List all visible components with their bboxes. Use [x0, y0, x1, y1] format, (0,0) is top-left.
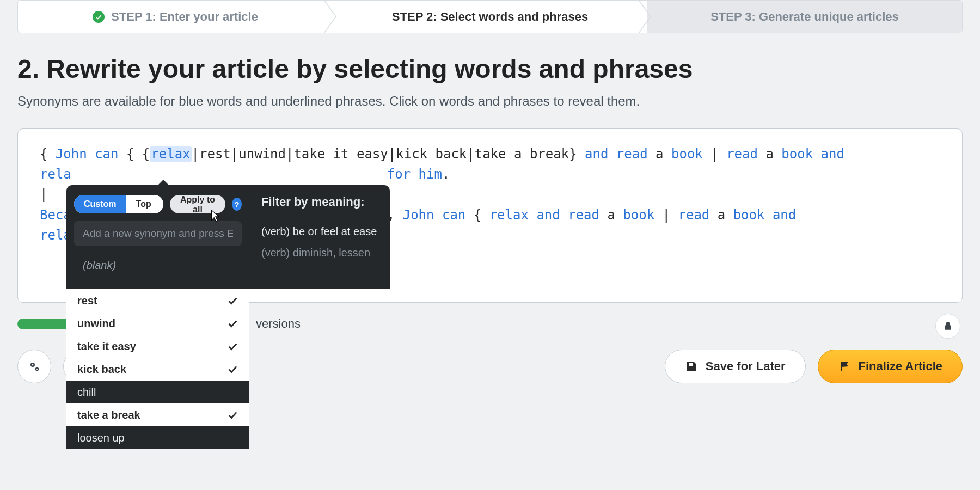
help-icon[interactable]: ? — [232, 198, 242, 211]
add-synonym-input[interactable] — [74, 221, 242, 246]
lock-icon — [943, 321, 953, 332]
check-icon — [226, 295, 238, 307]
step-separator-icon — [323, 1, 342, 33]
filter-meaning-option[interactable]: (verb) diminish, lessen — [261, 242, 378, 264]
synonym-option[interactable]: unwind — [66, 312, 249, 335]
editor-line: relafor him. — [40, 164, 940, 185]
wizard-stepper: STEP 1: Enter your article STEP 2: Selec… — [17, 0, 963, 33]
step-1-label: STEP 1: Enter your article — [111, 10, 258, 24]
step-3-label: STEP 3: Generate unique articles — [710, 10, 899, 24]
synonym-option[interactable]: kick back — [66, 358, 249, 381]
step-3[interactable]: STEP 3: Generate unique articles — [647, 1, 962, 33]
lock-button[interactable] — [935, 314, 960, 339]
synonym-option[interactable]: rest — [66, 289, 249, 312]
step-1[interactable]: STEP 1: Enter your article — [18, 1, 333, 33]
svg-point-3 — [36, 369, 38, 370]
check-icon — [226, 363, 238, 375]
tab-top[interactable]: Top — [126, 195, 161, 213]
filter-meaning-option[interactable]: (verb) be or feel at ease — [261, 221, 378, 242]
page-subtitle: Synonyms are available for blue words an… — [17, 94, 963, 109]
step-2[interactable]: STEP 2: Select words and phrases — [333, 1, 647, 33]
selected-word[interactable]: relax — [150, 146, 191, 162]
finalize-article-button[interactable]: Finalize Article — [818, 350, 963, 383]
tab-all[interactable]: All — [161, 195, 164, 213]
filter-panel: Filter by meaning: (verb) be or feel at … — [249, 185, 390, 289]
check-icon — [226, 317, 238, 329]
apply-to-all-button[interactable]: Apply to all — [170, 195, 225, 213]
synonym-popover: Custom Top All Apply to all ? (blank) Fi… — [66, 185, 390, 383]
synonym-option[interactable]: chill — [66, 381, 249, 383]
step-2-label: STEP 2: Select words and phrases — [392, 10, 588, 24]
save-for-later-button[interactable]: Save for Later — [665, 350, 806, 383]
filter-title: Filter by meaning: — [261, 195, 378, 209]
step-separator-icon — [638, 1, 657, 33]
synonym-list: rest unwind take it easy kick back chill… — [66, 289, 249, 383]
popover-arrow-icon — [157, 180, 170, 186]
check-icon — [226, 340, 238, 352]
check-icon — [93, 11, 105, 23]
blank-option[interactable]: (blank) — [74, 254, 242, 279]
tab-custom[interactable]: Custom — [74, 195, 126, 213]
page-title: 2. Rewrite your article by selecting wor… — [17, 54, 963, 84]
flag-icon — [838, 360, 851, 373]
synonym-option[interactable]: take it easy — [66, 335, 249, 358]
svg-point-1 — [32, 364, 34, 366]
gear-icon — [28, 360, 41, 373]
synonym-mode-segmented: Custom Top All — [74, 195, 163, 213]
settings-button[interactable] — [17, 350, 51, 383]
save-icon — [685, 360, 698, 373]
editor-line: { John can { {relax|rest|unwind|take it … — [40, 144, 940, 164]
